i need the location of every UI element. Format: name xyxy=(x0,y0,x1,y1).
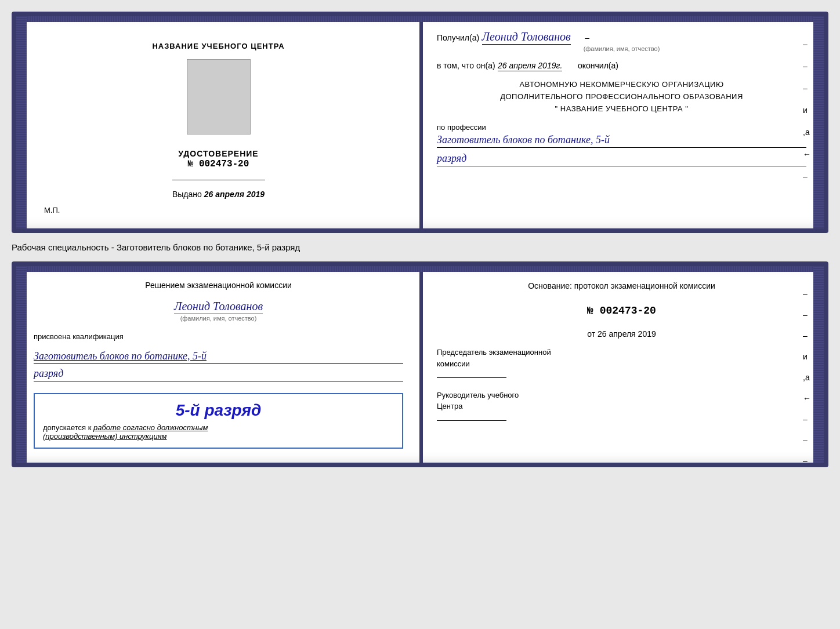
rukovoditel-sign-line xyxy=(437,420,506,421)
mp-label: М.П. xyxy=(34,206,60,214)
poluchil-label: Получил(а) xyxy=(437,33,479,42)
rukovoditel-line1: Руководитель учебного xyxy=(437,390,806,401)
dash-after-name: – xyxy=(585,33,589,42)
recipient-block: Получил(а) Леонид Толованов – (фамилия, … xyxy=(437,30,806,52)
bottom-cert-right: – – – и ,а ← – – – Основание: протокол э… xyxy=(423,266,824,463)
dopuskaetsya-block: допускается к работе согласно должностны… xyxy=(43,423,394,441)
bottom-person-name: Леонид Толованов xyxy=(174,300,263,314)
badge-box: 5-й разряд допускается к работе согласно… xyxy=(34,393,403,449)
vtom-block: в том, что он(а) 26 апреля 2019г. окончи… xyxy=(437,60,806,71)
rukovoditel-line2: Центра xyxy=(437,401,806,412)
bdash-7: – xyxy=(803,415,811,424)
vydano-block: Выдано 26 апреля 2019 xyxy=(172,190,265,199)
fio-subtitle-bottom: (фамилия, имя, отчество) xyxy=(34,315,403,322)
signature-line-top xyxy=(172,180,265,180)
osnovanie-title: Основание: протокол экзаменационной коми… xyxy=(437,280,806,292)
ot-date: 26 апреля 2019 xyxy=(598,329,656,339)
udostoverenie-label: УДОСТОВЕРЕНИЕ xyxy=(178,149,258,158)
badge-razryad-text: 5-й разряд xyxy=(43,401,394,420)
resheniem-title: Решением экзаменационной комиссии xyxy=(34,280,403,292)
profession-value: Заготовитель блоков по ботанике, 5-й xyxy=(437,134,806,148)
right-dashes-bottom: – – – и ,а ← – – – xyxy=(803,289,811,466)
vydano-date: 26 апреля 2019 xyxy=(204,190,265,199)
cert-number: № 002473-20 xyxy=(188,159,249,169)
right-dashes: – – – и ,а ← – xyxy=(803,39,811,181)
okonchil-label: окончил(а) xyxy=(578,61,618,70)
dash-4: и xyxy=(803,106,811,115)
bdash-6: ← xyxy=(803,394,811,403)
org-block: АВТОНОМНУЮ НЕКОММЕРЧЕСКУЮ ОРГАНИЗАЦИЮ ДО… xyxy=(437,79,806,115)
bdash-3: – xyxy=(803,331,811,340)
dash-3: – xyxy=(803,83,811,93)
recipient-name: Леонид Толованов xyxy=(482,30,571,45)
chairman-line1: Председатель экзаменационной xyxy=(437,347,806,358)
bottom-name-block: Леонид Толованов (фамилия, имя, отчество… xyxy=(34,299,403,322)
org-line1: АВТОНОМНУЮ НЕКОММЕРЧЕСКУЮ ОРГАНИЗАЦИЮ xyxy=(437,79,806,91)
dash-6: ← xyxy=(803,150,811,159)
cert-number-block: УДОСТОВЕРЕНИЕ № 002473-20 xyxy=(178,149,258,169)
top-certificate: НАЗВАНИЕ УЧЕБНОГО ЦЕНТРА УДОСТОВЕРЕНИЕ №… xyxy=(12,12,828,233)
org-line3: " НАЗВАНИЕ УЧЕБНОГО ЦЕНТРА " xyxy=(437,103,806,115)
vtom-date: 26 апреля 2019г. xyxy=(498,61,562,71)
bottom-certificate: Решением экзаменационной комиссии Леонид… xyxy=(12,261,828,467)
instruktsii-text: (производственным) инструкциям xyxy=(43,432,394,441)
razryad-bottom: разряд xyxy=(34,368,403,381)
bdash-8: – xyxy=(803,435,811,445)
dopuskaetsya-text: работе согласно должностным xyxy=(93,423,208,432)
vydano-label: Выдано xyxy=(172,190,202,199)
ot-date-block: от 26 апреля 2019 xyxy=(437,329,806,339)
vtom-label: в том, что он(а) xyxy=(437,61,495,70)
dopuskaetsya-label: допускается к xyxy=(43,423,91,432)
bdash-9: – xyxy=(803,456,811,466)
top-left-title: НАЗВАНИЕ УЧЕБНОГО ЦЕНТРА xyxy=(152,42,284,50)
protocol-number: № 002473-20 xyxy=(437,305,806,317)
photo-placeholder xyxy=(187,59,251,134)
qualification-value: Заготовитель блоков по ботанике, 5-й xyxy=(34,350,403,364)
qualification-block: Заготовитель блоков по ботанике, 5-й раз… xyxy=(34,348,403,381)
top-cert-right: – – – и ,а ← – Получил(а) Леонид Толован… xyxy=(423,16,824,228)
top-cert-left: НАЗВАНИЕ УЧЕБНОГО ЦЕНТРА УДОСТОВЕРЕНИЕ №… xyxy=(16,16,419,228)
page-wrapper: НАЗВАНИЕ УЧЕБНОГО ЦЕНТРА УДОСТОВЕРЕНИЕ №… xyxy=(12,12,828,467)
chairman-block: Председатель экзаменационной комиссии xyxy=(437,347,806,381)
dash-7: – xyxy=(803,172,811,181)
bottom-cert-left: Решением экзаменационной комиссии Леонид… xyxy=(16,266,419,463)
org-line2: ДОПОЛНИТЕЛЬНОГО ПРОФЕССИОНАЛЬНОГО ОБРАЗО… xyxy=(437,91,806,103)
bdash-2: – xyxy=(803,310,811,319)
dash-5: ,а xyxy=(803,128,811,137)
ot-prefix: от xyxy=(587,329,595,339)
rukovoditel-block: Руководитель учебного Центра xyxy=(437,390,806,424)
bdash-4: и xyxy=(803,352,811,361)
chairman-line2: комиссии xyxy=(437,358,806,370)
po-professii-label: по профессии xyxy=(437,123,806,132)
profession-block: по профессии Заготовитель блоков по бота… xyxy=(437,123,806,166)
bdash-1: – xyxy=(803,289,811,299)
prisvoena-label: присвоена квалификация xyxy=(34,332,403,341)
middle-label: Рабочая специальность - Заготовитель бло… xyxy=(12,240,828,254)
razryad-value: разряд xyxy=(437,152,806,166)
dash-2: – xyxy=(803,61,811,71)
chairman-sign-line xyxy=(437,377,506,378)
fio-subtitle-top: (фамилия, имя, отчество) xyxy=(437,45,806,52)
bdash-5: ,а xyxy=(803,373,811,382)
dash-1: – xyxy=(803,39,811,49)
